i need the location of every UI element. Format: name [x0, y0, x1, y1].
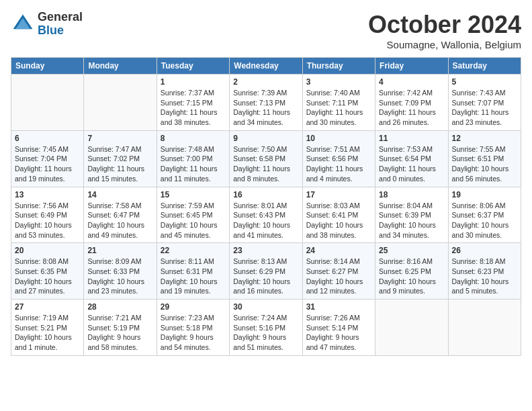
day-number: 31	[306, 302, 371, 312]
page-header: General Blue October 2024 Soumagne, Wall…	[11, 11, 521, 50]
day-info: Sunrise: 7:19 AM Sunset: 5:21 PM Dayligh…	[15, 313, 80, 353]
month-year: October 2024	[368, 11, 521, 39]
calendar-cell: 12Sunrise: 7:55 AM Sunset: 6:51 PM Dayli…	[448, 130, 521, 187]
calendar-cell: 26Sunrise: 8:18 AM Sunset: 6:23 PM Dayli…	[448, 243, 521, 300]
calendar-cell: 18Sunrise: 8:04 AM Sunset: 6:39 PM Dayli…	[375, 187, 448, 243]
weekday-header: Tuesday	[157, 58, 229, 75]
day-number: 27	[15, 302, 80, 312]
calendar-cell: 10Sunrise: 7:51 AM Sunset: 6:56 PM Dayli…	[302, 130, 375, 187]
calendar-cell	[11, 75, 84, 131]
logo-icon	[11, 12, 35, 36]
calendar-week-row: 6Sunrise: 7:45 AM Sunset: 7:04 PM Daylig…	[11, 130, 521, 187]
calendar-week-row: 27Sunrise: 7:19 AM Sunset: 5:21 PM Dayli…	[11, 300, 521, 356]
calendar-cell: 25Sunrise: 8:16 AM Sunset: 6:25 PM Dayli…	[375, 243, 448, 300]
calendar-cell: 6Sunrise: 7:45 AM Sunset: 7:04 PM Daylig…	[11, 130, 84, 187]
calendar-cell: 11Sunrise: 7:53 AM Sunset: 6:54 PM Dayli…	[375, 130, 448, 187]
day-info: Sunrise: 7:26 AM Sunset: 5:14 PM Dayligh…	[306, 313, 371, 353]
day-number: 28	[87, 302, 152, 312]
day-info: Sunrise: 7:56 AM Sunset: 6:49 PM Dayligh…	[15, 201, 80, 240]
weekday-header: Sunday	[11, 58, 84, 75]
calendar-cell: 27Sunrise: 7:19 AM Sunset: 5:21 PM Dayli…	[11, 300, 84, 356]
day-number: 12	[452, 134, 517, 143]
day-info: Sunrise: 7:50 AM Sunset: 6:58 PM Dayligh…	[233, 144, 298, 184]
calendar-cell: 14Sunrise: 7:58 AM Sunset: 6:47 PM Dayli…	[84, 187, 157, 243]
calendar-table: SundayMondayTuesdayWednesdayThursdayFrid…	[11, 57, 521, 356]
calendar-cell: 24Sunrise: 8:14 AM Sunset: 6:27 PM Dayli…	[302, 243, 375, 300]
day-info: Sunrise: 7:37 AM Sunset: 7:15 PM Dayligh…	[161, 88, 226, 128]
day-info: Sunrise: 7:24 AM Sunset: 5:16 PM Dayligh…	[233, 313, 298, 353]
day-info: Sunrise: 7:47 AM Sunset: 7:02 PM Dayligh…	[87, 144, 152, 184]
day-info: Sunrise: 7:21 AM Sunset: 5:19 PM Dayligh…	[87, 313, 152, 353]
title-section: October 2024 Soumagne, Wallonia, Belgium	[368, 11, 521, 50]
day-info: Sunrise: 8:01 AM Sunset: 6:43 PM Dayligh…	[233, 201, 298, 240]
day-info: Sunrise: 7:59 AM Sunset: 6:45 PM Dayligh…	[161, 201, 226, 240]
calendar-cell: 30Sunrise: 7:24 AM Sunset: 5:16 PM Dayli…	[230, 300, 302, 356]
day-number: 1	[161, 77, 226, 87]
calendar-cell: 22Sunrise: 8:11 AM Sunset: 6:31 PM Dayli…	[157, 243, 229, 300]
calendar-cell: 17Sunrise: 8:03 AM Sunset: 6:41 PM Dayli…	[302, 187, 375, 243]
calendar-cell: 16Sunrise: 8:01 AM Sunset: 6:43 PM Dayli…	[230, 187, 302, 243]
day-info: Sunrise: 8:14 AM Sunset: 6:27 PM Dayligh…	[306, 257, 371, 296]
calendar-cell: 29Sunrise: 7:23 AM Sunset: 5:18 PM Dayli…	[157, 300, 229, 356]
calendar-cell: 9Sunrise: 7:50 AM Sunset: 6:58 PM Daylig…	[230, 130, 302, 187]
day-number: 22	[161, 246, 226, 255]
weekday-header: Friday	[375, 58, 448, 75]
day-info: Sunrise: 8:13 AM Sunset: 6:29 PM Dayligh…	[233, 257, 298, 296]
location: Soumagne, Wallonia, Belgium	[368, 39, 521, 50]
weekday-header: Monday	[84, 58, 157, 75]
calendar-cell: 31Sunrise: 7:26 AM Sunset: 5:14 PM Dayli…	[302, 300, 375, 356]
day-number: 9	[233, 134, 298, 143]
calendar-cell: 5Sunrise: 7:43 AM Sunset: 7:07 PM Daylig…	[448, 75, 521, 131]
day-number: 29	[161, 302, 226, 312]
calendar-cell: 2Sunrise: 7:39 AM Sunset: 7:13 PM Daylig…	[230, 75, 302, 131]
day-number: 16	[233, 190, 298, 199]
weekday-header: Saturday	[448, 58, 521, 75]
calendar-cell	[375, 300, 448, 356]
calendar-cell: 4Sunrise: 7:42 AM Sunset: 7:09 PM Daylig…	[375, 75, 448, 131]
calendar-week-row: 13Sunrise: 7:56 AM Sunset: 6:49 PM Dayli…	[11, 187, 521, 243]
logo: General Blue	[11, 11, 83, 38]
day-info: Sunrise: 7:43 AM Sunset: 7:07 PM Dayligh…	[452, 88, 517, 128]
day-number: 10	[306, 134, 371, 143]
day-info: Sunrise: 7:58 AM Sunset: 6:47 PM Dayligh…	[87, 201, 152, 240]
calendar-cell: 1Sunrise: 7:37 AM Sunset: 7:15 PM Daylig…	[157, 75, 229, 131]
day-info: Sunrise: 7:23 AM Sunset: 5:18 PM Dayligh…	[161, 313, 226, 353]
day-number: 23	[233, 246, 298, 255]
day-info: Sunrise: 8:09 AM Sunset: 6:33 PM Dayligh…	[87, 257, 152, 296]
calendar-cell	[448, 300, 521, 356]
day-number: 30	[233, 302, 298, 312]
day-info: Sunrise: 8:16 AM Sunset: 6:25 PM Dayligh…	[379, 257, 444, 296]
calendar-cell: 13Sunrise: 7:56 AM Sunset: 6:49 PM Dayli…	[11, 187, 84, 243]
day-number: 7	[87, 134, 152, 143]
calendar-cell: 8Sunrise: 7:48 AM Sunset: 7:00 PM Daylig…	[157, 130, 229, 187]
day-info: Sunrise: 8:18 AM Sunset: 6:23 PM Dayligh…	[452, 257, 517, 296]
day-info: Sunrise: 8:03 AM Sunset: 6:41 PM Dayligh…	[306, 201, 371, 240]
logo-general: General	[38, 11, 83, 24]
calendar-week-row: 20Sunrise: 8:08 AM Sunset: 6:35 PM Dayli…	[11, 243, 521, 300]
day-info: Sunrise: 8:04 AM Sunset: 6:39 PM Dayligh…	[379, 201, 444, 240]
day-number: 25	[379, 246, 444, 255]
day-number: 5	[452, 77, 517, 87]
day-number: 13	[15, 190, 80, 199]
weekday-header: Thursday	[302, 58, 375, 75]
calendar-cell: 7Sunrise: 7:47 AM Sunset: 7:02 PM Daylig…	[84, 130, 157, 187]
day-number: 24	[306, 246, 371, 255]
day-number: 20	[15, 246, 80, 255]
day-number: 6	[15, 134, 80, 143]
day-info: Sunrise: 7:42 AM Sunset: 7:09 PM Dayligh…	[379, 88, 444, 128]
day-number: 3	[306, 77, 371, 87]
day-info: Sunrise: 7:51 AM Sunset: 6:56 PM Dayligh…	[306, 144, 371, 184]
calendar-cell	[84, 75, 157, 131]
calendar-cell: 21Sunrise: 8:09 AM Sunset: 6:33 PM Dayli…	[84, 243, 157, 300]
day-number: 2	[233, 77, 298, 87]
day-info: Sunrise: 7:55 AM Sunset: 6:51 PM Dayligh…	[452, 144, 517, 184]
day-number: 14	[87, 190, 152, 199]
calendar-cell: 19Sunrise: 8:06 AM Sunset: 6:37 PM Dayli…	[448, 187, 521, 243]
calendar-cell: 3Sunrise: 7:40 AM Sunset: 7:11 PM Daylig…	[302, 75, 375, 131]
day-number: 17	[306, 190, 371, 199]
day-number: 4	[379, 77, 444, 87]
day-info: Sunrise: 7:53 AM Sunset: 6:54 PM Dayligh…	[379, 144, 444, 184]
calendar-cell: 20Sunrise: 8:08 AM Sunset: 6:35 PM Dayli…	[11, 243, 84, 300]
calendar-week-row: 1Sunrise: 7:37 AM Sunset: 7:15 PM Daylig…	[11, 75, 521, 131]
day-info: Sunrise: 8:11 AM Sunset: 6:31 PM Dayligh…	[161, 257, 226, 296]
